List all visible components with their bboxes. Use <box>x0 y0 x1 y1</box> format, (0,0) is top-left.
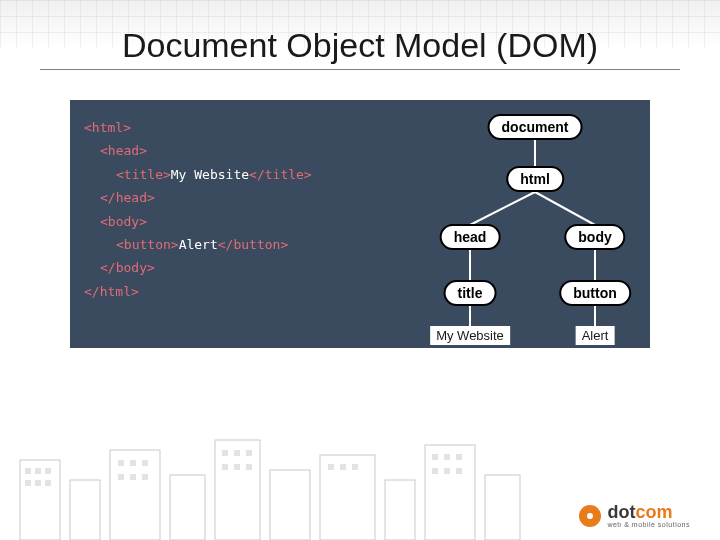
slide-title: Document Object Model (DOM) <box>40 26 680 70</box>
svg-rect-30 <box>234 450 240 456</box>
code-tag: </body> <box>100 260 155 275</box>
code-tag: <head> <box>100 143 147 158</box>
svg-rect-24 <box>130 460 136 466</box>
logo-dot-icon <box>579 505 601 527</box>
svg-rect-14 <box>385 480 415 540</box>
tree-pane: document html head body title button My … <box>360 100 650 348</box>
svg-rect-16 <box>485 475 520 540</box>
svg-rect-22 <box>45 480 51 486</box>
svg-rect-21 <box>35 480 41 486</box>
svg-rect-39 <box>444 454 450 460</box>
code-line: <head> <box>100 139 346 162</box>
svg-rect-10 <box>170 475 205 540</box>
svg-rect-33 <box>234 464 240 470</box>
svg-rect-7 <box>20 460 60 540</box>
svg-rect-27 <box>130 474 136 480</box>
code-pane: <html> <head> <title>My Website</title> … <box>70 100 360 348</box>
svg-rect-23 <box>118 460 124 466</box>
code-line: <body> <box>100 210 346 233</box>
logo-tagline: web & mobile solutions <box>607 521 690 528</box>
svg-rect-11 <box>215 440 260 540</box>
svg-rect-9 <box>110 450 160 540</box>
code-tag: <html> <box>84 120 131 135</box>
tree-node-button: button <box>559 280 631 306</box>
svg-rect-29 <box>222 450 228 456</box>
svg-rect-34 <box>246 464 252 470</box>
code-line: <html> <box>84 116 346 139</box>
code-tag: <body> <box>100 214 147 229</box>
svg-rect-13 <box>320 455 375 540</box>
svg-rect-18 <box>35 468 41 474</box>
svg-rect-28 <box>142 474 148 480</box>
tree-leaf-title-text: My Website <box>430 326 510 345</box>
svg-rect-42 <box>444 468 450 474</box>
tree-leaf-button-text: Alert <box>576 326 615 345</box>
svg-line-2 <box>535 192 595 225</box>
svg-rect-17 <box>25 468 31 474</box>
logo-text: dotcom web & mobile solutions <box>607 503 690 528</box>
logo-wordmark: dotcom <box>607 503 690 521</box>
dotcom-logo: dotcom web & mobile solutions <box>579 503 690 528</box>
svg-rect-8 <box>70 480 100 540</box>
code-tag: </title> <box>249 167 312 182</box>
logo-word-com: com <box>635 502 672 522</box>
svg-rect-36 <box>340 464 346 470</box>
code-line: <title>My Website</title> <box>116 163 346 186</box>
svg-rect-38 <box>432 454 438 460</box>
code-line: </head> <box>100 186 346 209</box>
code-text: Alert <box>179 237 218 252</box>
code-tag: <title> <box>116 167 171 182</box>
code-tag: </button> <box>218 237 288 252</box>
svg-rect-35 <box>328 464 334 470</box>
logo-word-dot: dot <box>607 502 635 522</box>
svg-rect-32 <box>222 464 228 470</box>
code-tag: </html> <box>84 284 139 299</box>
svg-rect-25 <box>142 460 148 466</box>
svg-rect-12 <box>270 470 310 540</box>
tree-node-title: title <box>444 280 497 306</box>
tree-node-head: head <box>440 224 501 250</box>
code-tag: <button> <box>116 237 179 252</box>
svg-rect-43 <box>456 468 462 474</box>
code-line: <button>Alert</button> <box>116 233 346 256</box>
svg-rect-40 <box>456 454 462 460</box>
svg-rect-26 <box>118 474 124 480</box>
svg-rect-20 <box>25 480 31 486</box>
tree-node-body: body <box>564 224 625 250</box>
svg-rect-41 <box>432 468 438 474</box>
svg-rect-19 <box>45 468 51 474</box>
svg-rect-15 <box>425 445 475 540</box>
tree-node-html: html <box>506 166 564 192</box>
code-tag: </head> <box>100 190 155 205</box>
code-text: My Website <box>171 167 249 182</box>
code-line: </html> <box>84 280 346 303</box>
svg-rect-37 <box>352 464 358 470</box>
code-line: </body> <box>100 256 346 279</box>
dom-figure: <html> <head> <title>My Website</title> … <box>70 100 650 348</box>
svg-rect-31 <box>246 450 252 456</box>
tree-node-document: document <box>488 114 583 140</box>
svg-line-1 <box>470 192 535 225</box>
